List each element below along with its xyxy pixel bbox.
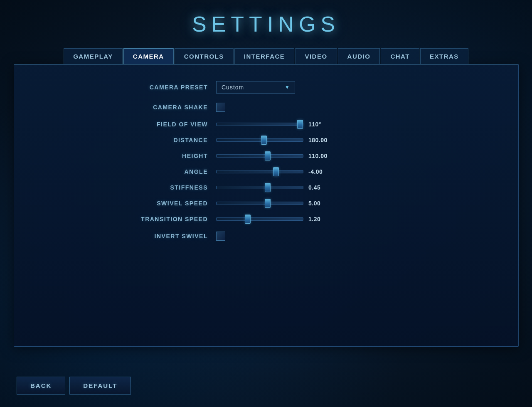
- distance-row: DISTANCE 180.00: [125, 137, 407, 143]
- transition-speed-row: TRANSITION SPEED 1.20: [125, 216, 407, 222]
- default-button[interactable]: DEFAULT: [69, 377, 131, 395]
- camera-preset-dropdown[interactable]: Custom ▼: [216, 81, 295, 94]
- invert-swivel-control: [216, 232, 407, 241]
- stiffness-slider[interactable]: [216, 186, 303, 189]
- invert-swivel-label: INVERT SWIVEL: [125, 233, 216, 239]
- settings-area: CAMERA PRESET Custom ▼ CAMERA SHAKE FIEL…: [47, 81, 485, 250]
- swivel-speed-control: 5.00: [216, 200, 407, 207]
- fov-row: FIELD OF VIEW 110°: [125, 121, 407, 128]
- tab-camera[interactable]: CAMERA: [123, 48, 174, 64]
- page-title: SETTINGS: [192, 12, 340, 37]
- camera-preset-label: CAMERA PRESET: [125, 84, 216, 91]
- angle-row: ANGLE -4.00: [125, 168, 407, 175]
- tab-chat[interactable]: CHAT: [381, 48, 419, 64]
- angle-label: ANGLE: [125, 168, 216, 175]
- tab-gameplay[interactable]: GAMEPLAY: [64, 48, 123, 64]
- camera-preset-row: CAMERA PRESET Custom ▼: [125, 81, 407, 94]
- tab-extras[interactable]: EXTRAS: [420, 48, 468, 64]
- invert-swivel-checkbox[interactable]: [216, 232, 225, 241]
- main-panel: CAMERA PRESET Custom ▼ CAMERA SHAKE FIEL…: [14, 64, 519, 347]
- camera-shake-label: CAMERA SHAKE: [125, 104, 216, 111]
- swivel-speed-slider[interactable]: [216, 202, 303, 205]
- tab-controls[interactable]: CONTROLS: [175, 48, 234, 64]
- height-slider[interactable]: [216, 154, 303, 158]
- swivel-speed-value: 5.00: [308, 200, 331, 207]
- camera-preset-value: Custom: [222, 84, 281, 91]
- camera-shake-row: CAMERA SHAKE: [125, 103, 407, 112]
- fov-label: FIELD OF VIEW: [125, 121, 216, 128]
- dropdown-arrow-icon: ▼: [285, 84, 290, 90]
- tabs-container: GAMEPLAY CAMERA CONTROLS INTERFACE VIDEO…: [64, 48, 468, 64]
- angle-value: -4.00: [308, 168, 331, 175]
- height-label: HEIGHT: [125, 153, 216, 159]
- angle-control: -4.00: [216, 168, 407, 175]
- stiffness-row: STIFFNESS 0.45: [125, 184, 407, 191]
- camera-preset-control: Custom ▼: [216, 81, 407, 94]
- height-value: 110.00: [308, 153, 331, 159]
- tab-interface[interactable]: INTERFACE: [234, 48, 295, 64]
- invert-swivel-row: INVERT SWIVEL: [125, 232, 407, 241]
- transition-speed-label: TRANSITION SPEED: [125, 216, 216, 222]
- height-row: HEIGHT 110.00: [125, 153, 407, 159]
- fov-slider[interactable]: [216, 123, 303, 126]
- tab-audio[interactable]: AUDIO: [338, 48, 380, 64]
- angle-slider[interactable]: [216, 170, 303, 173]
- stiffness-label: STIFFNESS: [125, 184, 216, 191]
- distance-slider[interactable]: [216, 138, 303, 142]
- distance-value: 180.00: [308, 137, 331, 143]
- fov-control: 110°: [216, 121, 407, 128]
- tab-video[interactable]: VIDEO: [295, 48, 337, 64]
- height-control: 110.00: [216, 153, 407, 159]
- fov-value: 110°: [308, 121, 331, 128]
- camera-shake-control: [216, 103, 407, 112]
- swivel-speed-label: SWIVEL SPEED: [125, 200, 216, 207]
- page-wrapper: SETTINGS GAMEPLAY CAMERA CONTROLS INTERF…: [0, 0, 532, 407]
- transition-speed-control: 1.20: [216, 216, 407, 222]
- camera-shake-checkbox[interactable]: [216, 103, 225, 112]
- transition-speed-value: 1.20: [308, 216, 331, 222]
- distance-control: 180.00: [216, 137, 407, 143]
- back-button[interactable]: BACK: [17, 377, 65, 395]
- transition-speed-slider[interactable]: [216, 217, 303, 221]
- swivel-speed-row: SWIVEL SPEED 5.00: [125, 200, 407, 207]
- distance-label: DISTANCE: [125, 137, 216, 143]
- stiffness-control: 0.45: [216, 184, 407, 191]
- bottom-bar: BACK DEFAULT: [17, 377, 131, 395]
- stiffness-value: 0.45: [308, 184, 331, 191]
